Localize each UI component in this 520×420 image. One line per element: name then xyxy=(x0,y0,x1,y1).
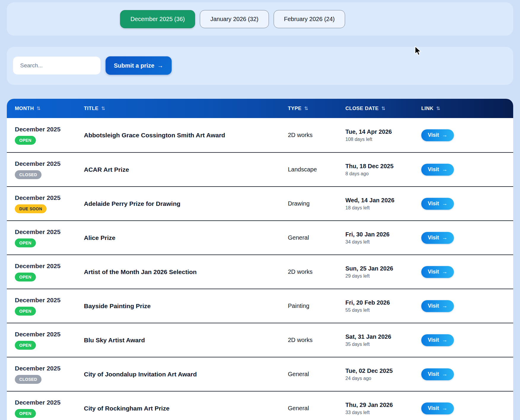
visit-label: Visit xyxy=(428,337,439,343)
arrow-right-icon: → xyxy=(442,166,447,173)
visit-label: Visit xyxy=(428,201,439,207)
arrow-right-icon: → xyxy=(442,269,447,275)
close-date: Fri, 20 Feb 2026 xyxy=(345,299,390,306)
visit-button[interactable]: Visit → xyxy=(421,368,454,380)
visit-label: Visit xyxy=(428,303,439,309)
visit-label: Visit xyxy=(428,166,439,173)
prize-title: Adelaide Perry Prize for Drawing xyxy=(84,200,189,207)
visit-label: Visit xyxy=(428,371,439,377)
days-remaining: 8 days ago xyxy=(345,171,369,176)
visit-button[interactable]: Visit → xyxy=(421,402,454,414)
days-remaining: 29 days left xyxy=(345,273,370,279)
prize-title: City of Rockingham Art Prize xyxy=(84,405,178,412)
arrow-right-icon: → xyxy=(442,303,447,309)
days-remaining: 18 days left xyxy=(345,205,370,211)
column-header-title[interactable]: TITLE ⇅ xyxy=(84,106,288,112)
close-date: Wed, 14 Jan 2026 xyxy=(345,197,394,204)
prize-type: Painting xyxy=(288,303,309,309)
close-date: Sat, 31 Jan 2026 xyxy=(345,333,391,340)
table-row: December 2025 OPEN Artist of the Month J… xyxy=(7,254,513,289)
table-row: December 2025 CLOSED City of Joondalup I… xyxy=(7,357,513,391)
table-body: December 2025 OPEN Abbotsleigh Grace Cos… xyxy=(7,118,513,420)
prize-type: 2D works xyxy=(288,268,312,275)
visit-button[interactable]: Visit → xyxy=(421,266,454,278)
column-header-link[interactable]: LINK ⇅ xyxy=(421,106,513,112)
sort-icon: ⇅ xyxy=(101,106,105,111)
prize-title: ACAR Art Prize xyxy=(84,166,138,173)
column-header-type-label: TYPE xyxy=(288,106,302,112)
visit-button[interactable]: Visit → xyxy=(421,198,454,210)
visit-label: Visit xyxy=(428,235,439,241)
row-month: December 2025 xyxy=(15,365,60,372)
arrow-right-icon: → xyxy=(442,132,447,138)
search-input[interactable] xyxy=(13,56,101,75)
close-date: Tue, 14 Apr 2026 xyxy=(345,128,392,135)
filter-tab-december-2025[interactable]: December 2025 (36) xyxy=(120,10,195,28)
prize-type: General xyxy=(288,371,309,378)
row-month: December 2025 xyxy=(15,126,60,133)
month-filter-group: December 2025 (36) January 2026 (32) Feb… xyxy=(120,10,345,28)
close-date: Thu, 18 Dec 2025 xyxy=(345,163,393,170)
status-badge: DUE SOON xyxy=(15,204,47,213)
row-month: December 2025 xyxy=(15,160,60,167)
table-row: December 2025 OPEN Blu Sky Artist Award … xyxy=(7,323,513,357)
days-remaining: 108 days left xyxy=(345,137,372,142)
table-row: December 2025 DUE SOON Adelaide Perry Pr… xyxy=(7,186,513,220)
status-badge: OPEN xyxy=(15,341,36,350)
status-badge: OPEN xyxy=(15,307,36,316)
status-badge: OPEN xyxy=(15,409,36,418)
days-remaining: 35 days left xyxy=(345,342,370,347)
visit-label: Visit xyxy=(428,132,439,138)
visit-button[interactable]: Visit → xyxy=(421,129,454,141)
arrow-right-icon: → xyxy=(442,337,447,343)
column-header-month[interactable]: MONTH ⇅ xyxy=(15,106,84,112)
table-row: December 2025 CLOSED ACAR Art Prize Land… xyxy=(7,152,513,186)
visit-button[interactable]: Visit → xyxy=(421,300,454,312)
column-header-title-label: TITLE xyxy=(84,106,98,112)
visit-button[interactable]: Visit → xyxy=(421,334,454,346)
sort-icon: ⇅ xyxy=(36,106,41,111)
column-header-month-label: MONTH xyxy=(15,106,34,112)
column-header-link-label: LINK xyxy=(421,106,433,112)
status-badge: OPEN xyxy=(15,136,36,145)
prizes-table: MONTH ⇅ TITLE ⇅ TYPE ⇅ CLOSE DATE ⇅ LINK… xyxy=(7,99,513,420)
prize-title: Alice Prize xyxy=(84,234,124,241)
visit-label: Visit xyxy=(428,405,439,411)
filter-tab-february-2026[interactable]: February 2026 (24) xyxy=(274,10,345,28)
arrow-right-icon: → xyxy=(442,405,447,411)
table-row: December 2025 OPEN City of Rockingham Ar… xyxy=(7,391,513,420)
arrow-right-icon: → xyxy=(442,201,447,207)
row-month: December 2025 xyxy=(15,399,60,406)
submit-prize-button[interactable]: Submit a prize → xyxy=(106,56,172,75)
visit-button[interactable]: Visit → xyxy=(421,164,454,176)
row-month: December 2025 xyxy=(15,331,60,338)
arrow-right-icon: → xyxy=(157,62,163,69)
status-badge: OPEN xyxy=(15,238,36,247)
close-date: Sun, 25 Jan 2026 xyxy=(345,265,393,272)
arrow-right-icon: → xyxy=(442,235,447,241)
row-month: December 2025 xyxy=(15,262,60,270)
close-date: Fri, 30 Jan 2026 xyxy=(345,231,390,238)
prize-title: Artist of the Month Jan 2026 Selection xyxy=(84,268,205,276)
table-row: December 2025 OPEN Bayside Painting Priz… xyxy=(7,289,513,323)
sort-icon: ⇅ xyxy=(436,106,440,111)
status-badge: CLOSED xyxy=(15,170,42,179)
prize-title: Blu Sky Artist Award xyxy=(84,337,154,344)
status-badge: OPEN xyxy=(15,273,36,281)
row-month: December 2025 xyxy=(15,228,60,236)
visit-button[interactable]: Visit → xyxy=(421,232,454,244)
filter-tab-january-2026[interactable]: January 2026 (32) xyxy=(200,10,269,28)
row-month: December 2025 xyxy=(15,297,60,304)
column-header-type[interactable]: TYPE ⇅ xyxy=(288,106,345,112)
column-header-close-date-label: CLOSE DATE xyxy=(345,106,379,112)
prize-type: Drawing xyxy=(288,200,310,207)
arrow-right-icon: → xyxy=(442,371,447,377)
table-header-row: MONTH ⇅ TITLE ⇅ TYPE ⇅ CLOSE DATE ⇅ LINK… xyxy=(7,99,513,118)
search-panel: Submit a prize → xyxy=(7,47,513,85)
prize-type: Landscape xyxy=(288,166,317,173)
table-row: December 2025 OPEN Abbotsleigh Grace Cos… xyxy=(7,118,513,152)
sort-icon: ⇅ xyxy=(381,106,385,111)
column-header-close-date[interactable]: CLOSE DATE ⇅ xyxy=(345,106,421,112)
days-remaining: 33 days left xyxy=(345,410,370,415)
close-date: Thu, 29 Jan 2026 xyxy=(345,402,393,408)
